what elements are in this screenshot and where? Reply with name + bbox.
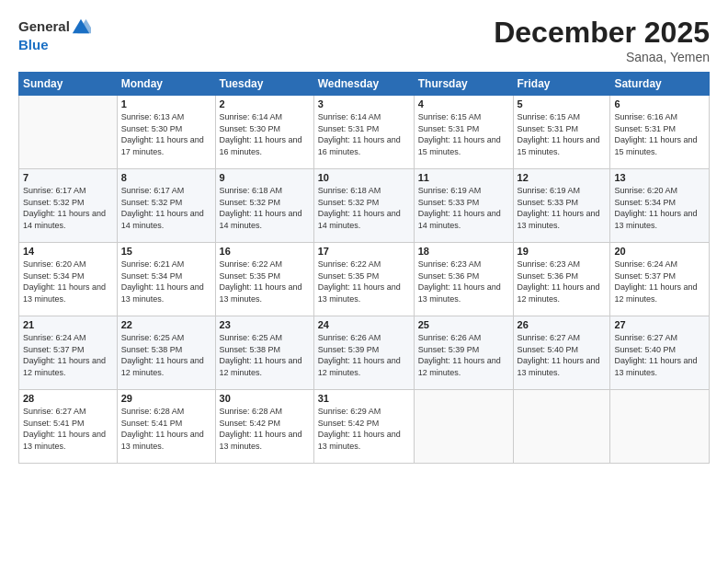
calendar-week-row: 21Sunrise: 6:24 AMSunset: 5:37 PMDayligh… [19, 316, 710, 390]
day-info: Sunrise: 6:24 AMSunset: 5:37 PMDaylight:… [614, 259, 705, 304]
day-number: 29 [121, 393, 211, 404]
table-row [414, 390, 513, 464]
day-number: 28 [23, 393, 113, 404]
calendar-week-row: 28Sunrise: 6:27 AMSunset: 5:41 PMDayligh… [19, 390, 710, 464]
day-info: Sunrise: 6:17 AMSunset: 5:32 PMDaylight:… [23, 185, 113, 231]
table-row: 22Sunrise: 6:25 AMSunset: 5:38 PMDayligh… [117, 316, 215, 390]
day-info: Sunrise: 6:15 AMSunset: 5:31 PMDaylight:… [518, 111, 607, 157]
title-section: December 2025 Sanaa, Yemen [494, 17, 710, 64]
day-info: Sunrise: 6:25 AMSunset: 5:38 PMDaylight:… [121, 332, 211, 378]
day-number: 24 [318, 319, 410, 330]
day-number: 10 [318, 172, 410, 183]
table-row: 21Sunrise: 6:24 AMSunset: 5:37 PMDayligh… [19, 316, 118, 390]
day-number: 23 [220, 319, 310, 330]
calendar-week-row: 14Sunrise: 6:20 AMSunset: 5:34 PMDayligh… [19, 243, 710, 316]
day-info: Sunrise: 6:24 AMSunset: 5:37 PMDaylight:… [23, 332, 113, 378]
day-number: 11 [418, 172, 509, 183]
table-row: 1Sunrise: 6:13 AMSunset: 5:30 PMDaylight… [117, 96, 215, 169]
table-row: 5Sunrise: 6:15 AMSunset: 5:31 PMDaylight… [513, 96, 610, 169]
table-row: 6Sunrise: 6:16 AMSunset: 5:31 PMDaylight… [610, 96, 710, 169]
day-number: 12 [518, 172, 607, 183]
table-row: 20Sunrise: 6:24 AMSunset: 5:37 PMDayligh… [610, 243, 710, 316]
calendar-week-row: 1Sunrise: 6:13 AMSunset: 5:30 PMDaylight… [19, 96, 710, 169]
day-info: Sunrise: 6:14 AMSunset: 5:30 PMDaylight:… [220, 111, 310, 157]
day-number: 15 [121, 246, 211, 257]
day-info: Sunrise: 6:18 AMSunset: 5:32 PMDaylight:… [318, 185, 410, 231]
col-thursday: Thursday [414, 73, 513, 96]
day-info: Sunrise: 6:27 AMSunset: 5:40 PMDaylight:… [614, 332, 705, 378]
table-row: 31Sunrise: 6:29 AMSunset: 5:42 PMDayligh… [313, 390, 414, 464]
table-row: 2Sunrise: 6:14 AMSunset: 5:30 PMDaylight… [215, 96, 313, 169]
day-info: Sunrise: 6:18 AMSunset: 5:32 PMDaylight:… [220, 185, 310, 231]
day-number: 19 [518, 246, 607, 257]
day-info: Sunrise: 6:26 AMSunset: 5:39 PMDaylight:… [318, 332, 410, 378]
day-info: Sunrise: 6:27 AMSunset: 5:40 PMDaylight:… [518, 332, 607, 378]
day-info: Sunrise: 6:25 AMSunset: 5:38 PMDaylight:… [220, 332, 310, 378]
table-row: 13Sunrise: 6:20 AMSunset: 5:34 PMDayligh… [610, 169, 710, 243]
col-wednesday: Wednesday [313, 73, 414, 96]
table-row: 14Sunrise: 6:20 AMSunset: 5:34 PMDayligh… [19, 243, 118, 316]
table-row: 28Sunrise: 6:27 AMSunset: 5:41 PMDayligh… [19, 390, 118, 464]
table-row: 7Sunrise: 6:17 AMSunset: 5:32 PMDaylight… [19, 169, 118, 243]
col-saturday: Saturday [610, 73, 710, 96]
day-number: 13 [614, 172, 705, 183]
table-row: 30Sunrise: 6:28 AMSunset: 5:42 PMDayligh… [215, 390, 313, 464]
calendar-table: Sunday Monday Tuesday Wednesday Thursday… [18, 72, 710, 464]
month-title: December 2025 [494, 17, 710, 49]
day-number: 9 [220, 172, 310, 183]
day-number: 2 [220, 98, 310, 109]
table-row [610, 390, 710, 464]
table-row: 26Sunrise: 6:27 AMSunset: 5:40 PMDayligh… [513, 316, 610, 390]
table-row [19, 96, 118, 169]
day-info: Sunrise: 6:26 AMSunset: 5:39 PMDaylight:… [418, 332, 509, 378]
day-number: 4 [418, 98, 509, 109]
table-row: 27Sunrise: 6:27 AMSunset: 5:40 PMDayligh… [610, 316, 710, 390]
table-row: 24Sunrise: 6:26 AMSunset: 5:39 PMDayligh… [313, 316, 414, 390]
day-info: Sunrise: 6:28 AMSunset: 5:41 PMDaylight:… [121, 406, 211, 452]
day-number: 3 [318, 98, 410, 109]
day-number: 22 [121, 319, 211, 330]
day-info: Sunrise: 6:29 AMSunset: 5:42 PMDaylight:… [318, 406, 410, 452]
table-row: 18Sunrise: 6:23 AMSunset: 5:36 PMDayligh… [414, 243, 513, 316]
table-row: 3Sunrise: 6:14 AMSunset: 5:31 PMDaylight… [313, 96, 414, 169]
day-number: 17 [318, 246, 410, 257]
day-info: Sunrise: 6:17 AMSunset: 5:32 PMDaylight:… [121, 185, 211, 231]
day-info: Sunrise: 6:20 AMSunset: 5:34 PMDaylight:… [614, 185, 705, 231]
calendar-week-row: 7Sunrise: 6:17 AMSunset: 5:32 PMDaylight… [19, 169, 710, 243]
logo: General Blue [18, 17, 91, 53]
table-row: 17Sunrise: 6:22 AMSunset: 5:35 PMDayligh… [313, 243, 414, 316]
table-row: 29Sunrise: 6:28 AMSunset: 5:41 PMDayligh… [117, 390, 215, 464]
calendar-header-row: Sunday Monday Tuesday Wednesday Thursday… [19, 73, 710, 96]
logo-blue-text: Blue [18, 37, 49, 53]
day-number: 31 [318, 393, 410, 404]
day-info: Sunrise: 6:23 AMSunset: 5:36 PMDaylight:… [518, 259, 607, 304]
table-row: 12Sunrise: 6:19 AMSunset: 5:33 PMDayligh… [513, 169, 610, 243]
day-number: 27 [614, 319, 705, 330]
day-number: 6 [614, 98, 705, 109]
logo-general-text: General [18, 18, 70, 35]
page: General Blue December 2025 Sanaa, Yemen … [0, 0, 728, 563]
day-number: 14 [23, 246, 113, 257]
col-monday: Monday [117, 73, 215, 96]
day-number: 20 [614, 246, 705, 257]
table-row: 10Sunrise: 6:18 AMSunset: 5:32 PMDayligh… [313, 169, 414, 243]
day-number: 7 [23, 172, 113, 183]
day-number: 30 [220, 393, 310, 404]
day-number: 26 [518, 319, 607, 330]
table-row: 25Sunrise: 6:26 AMSunset: 5:39 PMDayligh… [414, 316, 513, 390]
day-number: 5 [518, 98, 607, 109]
table-row: 8Sunrise: 6:17 AMSunset: 5:32 PMDaylight… [117, 169, 215, 243]
day-info: Sunrise: 6:28 AMSunset: 5:42 PMDaylight:… [220, 406, 310, 452]
logo-icon [71, 17, 91, 37]
day-info: Sunrise: 6:21 AMSunset: 5:34 PMDaylight:… [121, 259, 211, 304]
table-row: 15Sunrise: 6:21 AMSunset: 5:34 PMDayligh… [117, 243, 215, 316]
day-info: Sunrise: 6:19 AMSunset: 5:33 PMDaylight:… [518, 185, 607, 231]
day-info: Sunrise: 6:22 AMSunset: 5:35 PMDaylight:… [220, 259, 310, 304]
table-row: 9Sunrise: 6:18 AMSunset: 5:32 PMDaylight… [215, 169, 313, 243]
day-info: Sunrise: 6:15 AMSunset: 5:31 PMDaylight:… [418, 111, 509, 157]
col-tuesday: Tuesday [215, 73, 313, 96]
header: General Blue December 2025 Sanaa, Yemen [18, 17, 710, 64]
day-info: Sunrise: 6:16 AMSunset: 5:31 PMDaylight:… [614, 111, 705, 157]
day-number: 1 [121, 98, 211, 109]
col-friday: Friday [513, 73, 610, 96]
